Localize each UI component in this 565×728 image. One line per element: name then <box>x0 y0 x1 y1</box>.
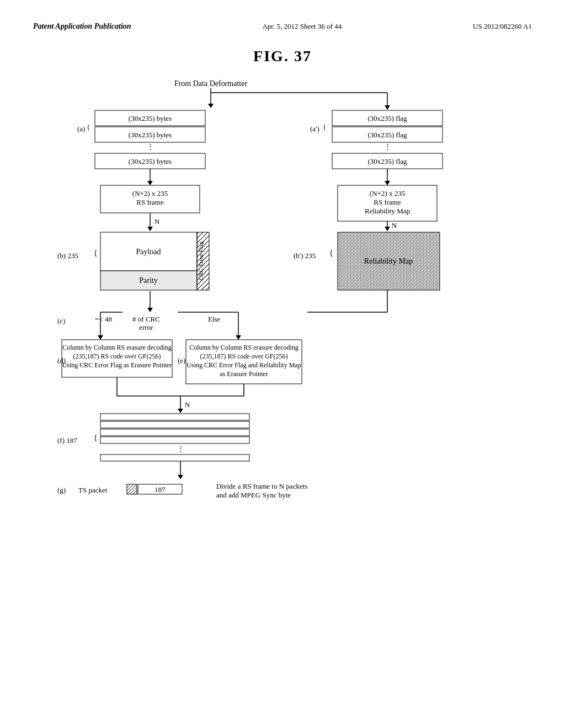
header-left: Patent Application Publication <box>33 22 131 31</box>
svg-text:TS packet: TS packet <box>78 486 108 494</box>
svg-marker-2 <box>208 104 214 108</box>
svg-text:(b) 235: (b) 235 <box>57 251 78 260</box>
svg-marker-31 <box>147 308 153 312</box>
figure-title: FIG. 37 <box>33 47 532 65</box>
svg-text:{: { <box>87 123 90 131</box>
svg-rect-73 <box>127 484 137 494</box>
svg-text:{: { <box>329 249 333 257</box>
svg-text:(e): (e) <box>178 356 185 365</box>
svg-marker-89 <box>385 181 390 185</box>
svg-text:Using CRC Error Flag as Erasur: Using CRC Error Flag as Erasure Pointer <box>62 361 172 369</box>
svg-text:(30x235) flag: (30x235) flag <box>367 114 407 122</box>
svg-text:(30x235) flag: (30x235) flag <box>367 131 407 139</box>
svg-rect-66 <box>100 437 249 443</box>
svg-text:and add MPEG Sync byte: and add MPEG Sync byte <box>216 491 291 499</box>
svg-text:Parity: Parity <box>139 276 157 285</box>
header-center: Apr. 5, 2012 Sheet 36 of 44 <box>262 22 342 31</box>
svg-rect-68 <box>100 454 249 461</box>
svg-text:Using CRC Error Flag and Relia: Using CRC Error Flag and Reliability Map <box>186 361 301 369</box>
svg-text:(30x235) flag: (30x235) flag <box>367 157 407 165</box>
svg-text:(30x235) bytes: (30x235) bytes <box>129 114 172 122</box>
svg-text:(235,187) RS code over GF(256): (235,187) RS code over GF(256) <box>73 352 161 360</box>
svg-text:error: error <box>139 323 153 331</box>
svg-text:(235,187) RS code over GF(256): (235,187) RS code over GF(256) <box>200 352 288 360</box>
svg-rect-64 <box>100 421 249 428</box>
svg-text:N: N <box>154 217 160 226</box>
svg-text:Column by Column RS erasure de: Column by Column RS erasure decoding <box>62 344 172 351</box>
svg-text:⋮: ⋮ <box>177 445 184 453</box>
svg-text:(g): (g) <box>57 486 66 494</box>
svg-text:CRC Error Flag: CRC Error Flag <box>198 241 204 280</box>
svg-text:Divide a RS frame to N packets: Divide a RS frame to N packets <box>216 482 307 490</box>
svg-text:N: N <box>185 400 190 409</box>
svg-text:# of CRC: # of CRC <box>132 315 160 323</box>
svg-text:Reliability Map: Reliability Map <box>365 207 410 215</box>
svg-text:{: { <box>94 433 98 442</box>
svg-marker-13 <box>147 181 153 185</box>
header-right: US 2012/082260 A1 <box>473 22 532 31</box>
svg-marker-95 <box>385 227 390 231</box>
svg-marker-18 <box>147 227 153 231</box>
svg-text:{: { <box>94 249 98 257</box>
svg-text:(b') 235: (b') 235 <box>294 251 316 260</box>
svg-text:(30x235) bytes: (30x235) bytes <box>129 131 172 139</box>
svg-text:Payload: Payload <box>136 248 161 256</box>
svg-text:187: 187 <box>154 485 166 494</box>
svg-text:Reliability Map: Reliability Map <box>364 257 413 265</box>
svg-text:Column by Column RS erasure de: Column by Column RS erasure decoding <box>189 344 299 351</box>
svg-text:Else: Else <box>208 315 221 323</box>
svg-text:(30x235) bytes: (30x235) bytes <box>129 157 172 165</box>
svg-text:⋮: ⋮ <box>384 142 391 151</box>
svg-text:(a'): (a') <box>310 125 319 133</box>
diagram-container: From Data Deformatter (a) { (30x235) byt… <box>45 76 520 710</box>
svg-text:(N+2) x 235: (N+2) x 235 <box>370 189 405 197</box>
svg-text:(a): (a) <box>77 125 85 133</box>
svg-rect-63 <box>100 414 249 420</box>
svg-text:as Erasure Pointer: as Erasure Pointer <box>220 370 268 378</box>
svg-text:(c): (c) <box>57 317 65 325</box>
svg-marker-70 <box>178 475 183 479</box>
svg-rect-65 <box>100 429 249 436</box>
svg-text:(N+2) x 235: (N+2) x 235 <box>132 189 168 197</box>
svg-text:RS frame: RS frame <box>136 198 164 206</box>
svg-marker-42 <box>236 335 241 340</box>
svg-text:From Data Deformatter: From Data Deformatter <box>174 79 248 88</box>
svg-marker-59 <box>178 409 183 413</box>
svg-marker-110 <box>385 105 390 110</box>
page-header: Patent Application Publication Apr. 5, 2… <box>33 22 532 31</box>
svg-text:{: { <box>323 123 326 131</box>
svg-text:RS frame: RS frame <box>374 198 401 206</box>
svg-marker-39 <box>98 335 103 340</box>
svg-text:⋮: ⋮ <box>147 142 154 151</box>
page: Patent Application Publication Apr. 5, 2… <box>0 0 565 728</box>
svg-text:N: N <box>392 221 397 229</box>
diagram-svg: From Data Deformatter (a) { (30x235) byt… <box>45 76 520 710</box>
svg-text:(f) 187: (f) 187 <box>57 436 77 445</box>
svg-text:=< 48: =< 48 <box>95 315 112 323</box>
